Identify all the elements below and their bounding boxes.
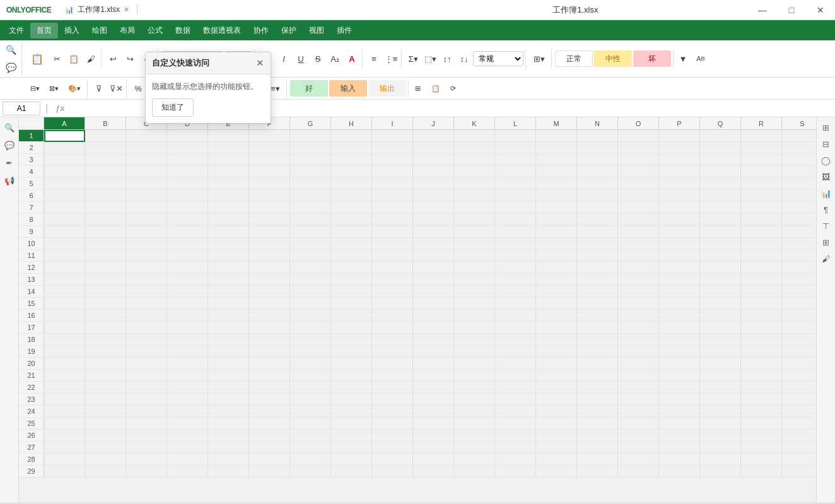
row-number-13[interactable]: 13 [19,274,44,286]
cell-J22[interactable] [413,382,454,394]
cell-F18[interactable] [249,334,290,346]
cell-H17[interactable] [331,322,372,334]
cell-P4[interactable] [659,166,700,178]
cell-K20[interactable] [454,358,495,370]
cell-K19[interactable] [454,346,495,358]
cell-C7[interactable] [126,202,167,214]
copy-button[interactable]: 📋 [66,50,82,67]
cell-N20[interactable] [577,358,618,370]
cell-N15[interactable] [577,298,618,310]
cell-F23[interactable] [249,394,290,406]
cell-B2[interactable] [85,142,126,154]
cell-S2[interactable] [782,142,816,154]
cell-D18[interactable] [167,334,208,346]
cell-P28[interactable] [659,454,700,466]
cell-J13[interactable] [413,274,454,286]
cell-R9[interactable] [741,226,782,238]
cell-F6[interactable] [249,190,290,202]
cell-H25[interactable] [331,418,372,430]
cell-N10[interactable] [577,238,618,250]
cell-I25[interactable] [372,418,413,430]
cell-P24[interactable] [659,406,700,418]
cell-R29[interactable] [741,466,782,478]
cell-D28[interactable] [167,454,208,466]
right-sidebar-cell-icon[interactable]: ⊞ [819,235,834,250]
cell-N7[interactable] [577,202,618,214]
cell-B6[interactable] [85,190,126,202]
cell-P10[interactable] [659,238,700,250]
cell-P16[interactable] [659,310,700,322]
filter-clear-button[interactable]: ⊽✕ [108,80,124,97]
more-styles-button[interactable]: 📋 [428,80,444,97]
cell-R15[interactable] [741,298,782,310]
cell-C4[interactable] [126,166,167,178]
cell-M17[interactable] [536,322,577,334]
cell-F14[interactable] [249,286,290,298]
align-left-icon[interactable]: ≡ [366,50,382,67]
cell-D4[interactable] [167,166,208,178]
cell-I13[interactable] [372,274,413,286]
cell-Q13[interactable] [700,274,741,286]
cell-K5[interactable] [454,178,495,190]
cell-L23[interactable] [495,394,536,406]
row-number-25[interactable]: 25 [19,418,44,430]
cell-S25[interactable] [782,418,816,430]
cell-K18[interactable] [454,334,495,346]
cell-S29[interactable] [782,466,816,478]
cell-E6[interactable] [208,190,249,202]
font-color-button[interactable]: A [344,50,360,67]
cell-J29[interactable] [413,466,454,478]
cell-G15[interactable] [290,298,331,310]
cell-I12[interactable] [372,262,413,274]
cell-F25[interactable] [249,418,290,430]
conditional-format-button[interactable]: AB [692,50,709,67]
cell-P9[interactable] [659,226,700,238]
cell-P18[interactable] [659,334,700,346]
cell-I16[interactable] [372,310,413,322]
cell-B21[interactable] [85,370,126,382]
cell-C25[interactable] [126,418,167,430]
cell-B7[interactable] [85,202,126,214]
cell-Q14[interactable] [700,286,741,298]
cell-Q26[interactable] [700,430,741,442]
cell-O13[interactable] [618,274,659,286]
cell-O24[interactable] [618,406,659,418]
cell-P27[interactable] [659,442,700,454]
cell-S5[interactable] [782,178,816,190]
style-bad[interactable]: 坏 [633,50,671,67]
cell-S10[interactable] [782,238,816,250]
cell-H18[interactable] [331,334,372,346]
cell-N3[interactable] [577,154,618,166]
cell-Q22[interactable] [700,382,741,394]
cell-B25[interactable] [85,418,126,430]
cell-A25[interactable] [44,418,85,430]
cell-O27[interactable] [618,442,659,454]
cell-D2[interactable] [167,142,208,154]
cell-G25[interactable] [290,418,331,430]
cell-D11[interactable] [167,250,208,262]
cell-F1[interactable] [249,130,290,142]
cell-M27[interactable] [536,442,577,454]
cell-J18[interactable] [413,334,454,346]
cell-R4[interactable] [741,166,782,178]
cell-O5[interactable] [618,178,659,190]
cell-J20[interactable] [413,358,454,370]
undo-button[interactable]: ↩ [105,50,121,67]
row-number-15[interactable]: 15 [19,298,44,310]
cell-E15[interactable] [208,298,249,310]
menu-draw[interactable]: 绘图 [86,23,114,38]
cell-B20[interactable] [85,358,126,370]
cell-I10[interactable] [372,238,413,250]
cell-P25[interactable] [659,418,700,430]
cell-L25[interactable] [495,418,536,430]
cell-H22[interactable] [331,382,372,394]
right-sidebar-table-icon[interactable]: ⊞ [819,120,834,135]
cell-I19[interactable] [372,346,413,358]
cell-R8[interactable] [741,214,782,226]
cell-C1[interactable] [126,130,167,142]
cell-B16[interactable] [85,310,126,322]
cell-J26[interactable] [413,430,454,442]
cell-L7[interactable] [495,202,536,214]
left-comment-icon[interactable]: 💬 [2,138,17,153]
cell-L26[interactable] [495,430,536,442]
